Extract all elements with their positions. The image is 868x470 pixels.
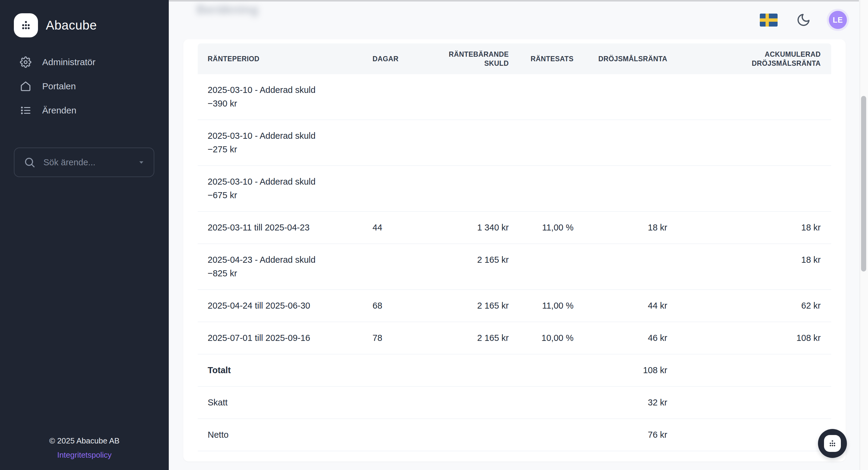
cell-drojsmalsranta xyxy=(574,166,667,211)
chevron-down-icon[interactable] xyxy=(138,159,145,166)
sidebar-item-portalen[interactable]: Portalen xyxy=(0,74,169,98)
cell-dagar: 44 xyxy=(363,212,401,243)
app-logo[interactable]: Abacube xyxy=(14,13,97,37)
cell-rantebarande-skuld xyxy=(401,166,509,211)
period-text: 2025-03-11 till 2025-04-23 xyxy=(208,221,363,234)
cell-ranteperiod: 2025-07-01 till 2025-09-16 xyxy=(198,322,363,354)
privacy-policy-link[interactable]: Integritetspolicy xyxy=(57,450,112,460)
cell-rantesats xyxy=(509,120,574,165)
cell-ranteperiod: 2025-03-10 - Adderad skuld −675 kr xyxy=(198,166,363,211)
cell-rantebarande-skuld: 2 165 kr xyxy=(401,290,509,322)
flag-cross-horizontal xyxy=(760,19,778,22)
table-row: 2025-04-23 - Adderad skuld −825 kr 2 165… xyxy=(198,243,831,289)
cell-dagar: 68 xyxy=(363,290,401,322)
period-amount: −275 kr xyxy=(208,143,363,156)
cell-dagar xyxy=(363,244,401,289)
sidebar-item-label: Portalen xyxy=(42,81,76,91)
interest-calculation-card: RÄNTEPERIOD DAGAR RÄNTEBÄRANDE SKULD RÄN… xyxy=(183,39,846,462)
column-header-drojsmalsranta: DRÖJSMÅLSRÄNTA xyxy=(574,50,667,67)
user-avatar[interactable]: LE xyxy=(829,11,847,29)
cell-drojsmalsranta: 18 kr xyxy=(574,212,667,243)
cell-ranteperiod: 2025-03-10 - Adderad skuld −390 kr xyxy=(198,74,363,119)
period-text: 2025-04-24 till 2025-06-30 xyxy=(208,299,363,313)
period-text: 2025-03-10 - Adderad skuld xyxy=(208,83,363,97)
dark-mode-toggle[interactable] xyxy=(796,13,811,27)
cell-rantesats xyxy=(509,244,574,289)
home-icon xyxy=(20,81,31,92)
summary-row: Skatt 32 kr xyxy=(198,386,831,418)
sidebar-item-label: Administratör xyxy=(42,57,96,67)
abacube-logo-icon xyxy=(824,435,841,452)
column-header-ranteperiod: RÄNTEPERIOD xyxy=(198,50,363,67)
summary-label: Skatt xyxy=(198,387,363,418)
table-row: 2025-04-24 till 2025-06-30 68 2 165 kr 1… xyxy=(198,289,831,322)
table-row: 2025-03-10 - Adderad skuld −390 kr xyxy=(198,74,831,119)
cell-ackumulerad: 108 kr xyxy=(667,322,831,354)
cell-dagar xyxy=(363,166,401,211)
language-flag-sweden[interactable] xyxy=(760,13,778,27)
search-input[interactable] xyxy=(43,157,130,168)
cell-ranteperiod: 2025-03-11 till 2025-04-23 xyxy=(198,212,363,243)
period-text: 2025-03-10 - Adderad skuld xyxy=(208,175,363,188)
cell-ackumulerad: 18 kr xyxy=(667,212,831,243)
cell-ranteperiod: 2025-03-10 - Adderad skuld −275 kr xyxy=(198,120,363,165)
summary-value: 108 kr xyxy=(574,354,667,386)
cell-ranteperiod: 2025-04-24 till 2025-06-30 xyxy=(198,290,363,322)
table-row: 2025-03-10 - Adderad skuld −275 kr xyxy=(198,119,831,165)
period-text: 2025-03-10 - Adderad skuld xyxy=(208,129,363,143)
app-title: Abacube xyxy=(46,18,97,33)
period-text: 2025-04-23 - Adderad skuld xyxy=(208,253,363,267)
cell-ackumulerad: 62 kr xyxy=(667,290,831,322)
table-rows: 2025-03-10 - Adderad skuld −390 kr 2025-… xyxy=(198,74,831,451)
column-header-rantesats: RÄNTESATS xyxy=(509,50,574,67)
cell-drojsmalsranta xyxy=(574,120,667,165)
abacube-floating-button[interactable] xyxy=(818,429,847,458)
vertical-scrollbar-track[interactable] xyxy=(860,0,868,470)
vertical-scrollbar-thumb[interactable] xyxy=(861,96,866,271)
table-row: 2025-03-10 - Adderad skuld −675 kr xyxy=(198,165,831,211)
period-amount: −675 kr xyxy=(208,188,363,202)
case-search-combobox[interactable] xyxy=(14,148,154,177)
column-header-dagar: DAGAR xyxy=(363,50,401,67)
table-header-row: RÄNTEPERIOD DAGAR RÄNTEBÄRANDE SKULD RÄN… xyxy=(198,43,831,74)
copyright-text: © 2025 Abacube AB xyxy=(0,436,169,446)
cell-ranteperiod: 2025-04-23 - Adderad skuld −825 kr xyxy=(198,244,363,289)
summary-value: 76 kr xyxy=(574,419,667,451)
cell-rantesats: 11,00 % xyxy=(509,212,574,243)
summary-row: Netto 76 kr xyxy=(198,418,831,451)
sidebar-item-arenden[interactable]: Ärenden xyxy=(0,98,169,122)
table-row: 2025-03-11 till 2025-04-23 44 1 340 kr 1… xyxy=(198,211,831,243)
sidebar-footer: © 2025 Abacube AB Integritetspolicy xyxy=(0,436,169,460)
gear-icon xyxy=(20,56,31,68)
cell-rantebarande-skuld: 1 340 kr xyxy=(401,212,509,243)
moon-icon xyxy=(796,13,811,27)
cell-rantebarande-skuld xyxy=(401,74,509,119)
table-row: 2025-07-01 till 2025-09-16 78 2 165 kr 1… xyxy=(198,322,831,354)
sidebar-item-label: Ärenden xyxy=(42,105,76,116)
cell-drojsmalsranta xyxy=(574,244,667,289)
dots-grid-icon xyxy=(827,438,838,448)
cell-rantebarande-skuld xyxy=(401,120,509,165)
search-icon xyxy=(24,156,36,168)
cell-dagar: 78 xyxy=(363,322,401,354)
sidebar-item-administrator[interactable]: Administratör xyxy=(0,50,169,74)
period-text: 2025-07-01 till 2025-09-16 xyxy=(208,331,363,345)
cell-rantesats xyxy=(509,166,574,211)
cell-rantebarande-skuld: 2 165 kr xyxy=(401,322,509,354)
cell-drojsmalsranta: 46 kr xyxy=(574,322,667,354)
cell-drojsmalsranta: 44 kr xyxy=(574,290,667,322)
cell-dagar xyxy=(363,74,401,119)
summary-label: Totalt xyxy=(198,354,363,386)
page-title-blurred: Beräkning xyxy=(196,2,258,17)
cell-ackumulerad xyxy=(667,166,831,211)
cell-ackumulerad xyxy=(667,120,831,165)
interest-table: RÄNTEPERIOD DAGAR RÄNTEBÄRANDE SKULD RÄN… xyxy=(198,43,831,451)
summary-row: Totalt 108 kr xyxy=(198,354,831,386)
cell-rantebarande-skuld: 2 165 kr xyxy=(401,244,509,289)
sidebar-nav: Administratör Portalen Ärenden xyxy=(0,50,169,122)
sidebar: Abacube Administratör Portalen Ärenden xyxy=(0,0,169,470)
dots-grid-icon xyxy=(19,19,33,32)
cell-ackumulerad xyxy=(667,74,831,119)
summary-value: 32 kr xyxy=(574,387,667,418)
cell-rantesats xyxy=(509,74,574,119)
